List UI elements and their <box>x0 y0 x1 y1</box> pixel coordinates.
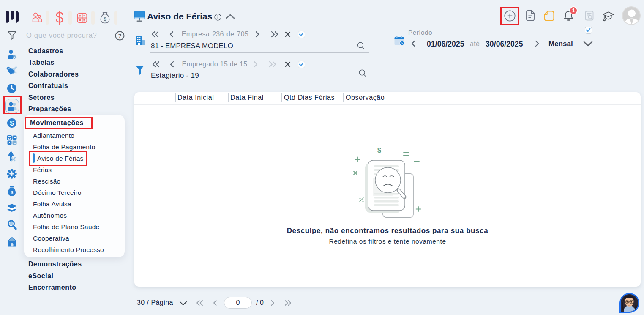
svg-text:$: $ <box>10 120 14 127</box>
svg-text:$: $ <box>377 147 381 154</box>
svg-text:$: $ <box>11 190 13 195</box>
svg-text:?: ? <box>118 33 121 39</box>
svg-text:$: $ <box>104 16 106 22</box>
